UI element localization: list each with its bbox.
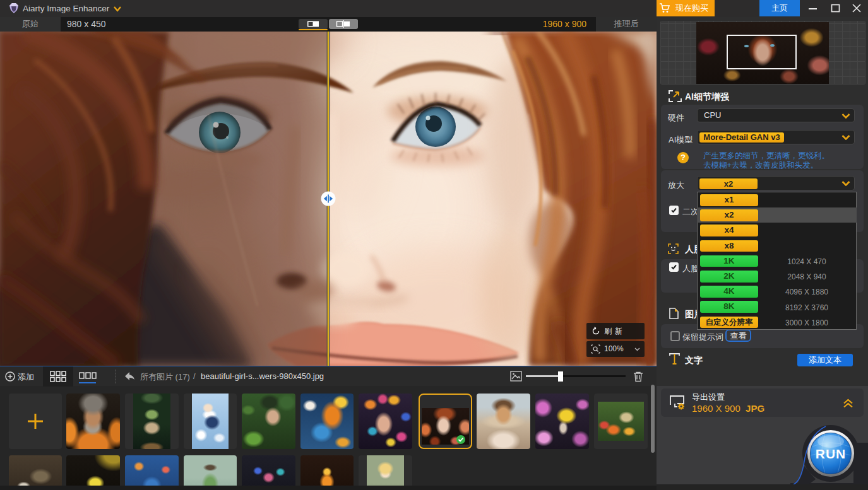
svg-text:RUN: RUN <box>816 446 847 461</box>
